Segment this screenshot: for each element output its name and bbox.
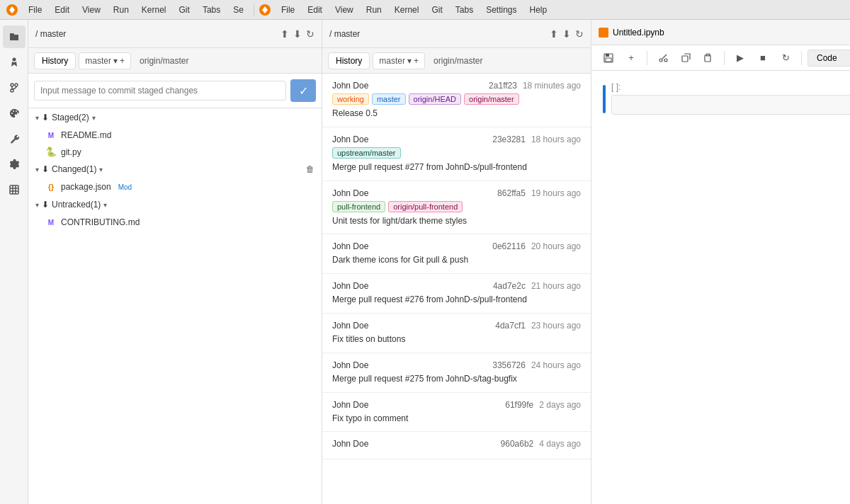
settings-icon-btn[interactable]: [3, 153, 26, 176]
save-button[interactable]: [599, 48, 618, 68]
package-filename: package.json: [61, 182, 111, 192]
cell-label: [ ]:: [611, 82, 850, 92]
tab-branch[interactable]: master ▾ +: [79, 52, 131, 69]
history-panel-header: / master ⬆ ⬇ ↻: [322, 20, 591, 48]
staged-section-header[interactable]: ▾ ⬇ Staged(2) ▾: [28, 108, 322, 127]
add-branch-icon[interactable]: +: [120, 56, 125, 66]
commit-time: 18 minutes ago: [523, 81, 581, 91]
menu-edit2[interactable]: Edit: [302, 4, 328, 16]
untracked-section-header[interactable]: ▾ ⬇ Untracked(1) ▾: [28, 195, 322, 214]
changed-arrow-icon: ▾: [35, 166, 39, 173]
untracked-file-contributing[interactable]: M CONTRIBUTING.md: [28, 214, 322, 231]
commit-item[interactable]: John Doe4da7cf123 hours agoFix titles on…: [322, 314, 591, 353]
commit-item[interactable]: John Doe4ad7e2c21 hours agoMerge pull re…: [322, 274, 591, 314]
download-icon[interactable]: ⬇: [293, 28, 302, 40]
menu-tabs2[interactable]: Tabs: [450, 4, 479, 16]
history-download-icon[interactable]: ⬇: [562, 28, 571, 40]
changed-label: Changed(1): [52, 164, 96, 174]
commit-item[interactable]: John Doe960a6b24 days ago: [322, 432, 591, 459]
notebook-toolbar: +: [591, 45, 850, 71]
staged-chevron-icon: ▾: [92, 114, 96, 122]
menu-edit[interactable]: Edit: [49, 4, 75, 16]
menu-view[interactable]: View: [76, 4, 106, 16]
staged-file-readme[interactable]: M README.md: [28, 127, 322, 144]
notebook-panel: Untitled.ipynb +: [591, 20, 850, 504]
svg-point-15: [659, 59, 662, 62]
changed-section-header[interactable]: ▾ ⬇ Changed(1) ▾ 🗑: [28, 160, 322, 178]
restart-button[interactable]: ↻: [776, 48, 795, 68]
add-cell-button[interactable]: +: [621, 48, 641, 68]
commit-hash: 61f99fe: [505, 400, 533, 410]
menu-run2[interactable]: Run: [361, 4, 387, 16]
commit-item[interactable]: John Doe2a1ff2318 minutes agoworkingmast…: [322, 74, 591, 127]
commit-tag: working: [332, 93, 369, 105]
menu-settings[interactable]: Settings: [480, 4, 522, 16]
menu-kernel[interactable]: Kernel: [136, 4, 172, 16]
palette-icon-btn[interactable]: [3, 102, 26, 125]
cell-type-select[interactable]: Code Markdown Raw: [808, 50, 850, 67]
commit-message: Release 0.5: [332, 108, 581, 120]
menu-tabs[interactable]: Tabs: [197, 4, 226, 16]
branch-chevron-icon: ▾: [113, 56, 118, 66]
changed-chevron-icon: ▾: [99, 166, 103, 173]
menu-git[interactable]: Git: [174, 4, 196, 16]
commit-message: Fix titles on buttons: [332, 333, 581, 345]
history-upload-icon[interactable]: ⬆: [550, 28, 558, 40]
history-refresh-icon[interactable]: ↻: [575, 28, 584, 40]
commit-button[interactable]: ✓: [290, 79, 316, 102]
wrench-icon-btn[interactable]: [3, 127, 26, 150]
commit-hash: 3356726: [492, 360, 526, 370]
history-branch-chevron-icon: ▾: [407, 56, 412, 66]
commit-input-row: ✓: [28, 74, 322, 108]
menu-run[interactable]: Run: [108, 4, 135, 16]
logo: [6, 4, 18, 16]
commit-message-input[interactable]: [34, 81, 286, 101]
menu-file2[interactable]: File: [276, 4, 300, 16]
notebook-body: [ ]:: [591, 71, 850, 504]
history-add-branch-icon[interactable]: +: [414, 56, 419, 66]
copy-button[interactable]: [676, 48, 696, 68]
commit-item[interactable]: John Doe23e328118 hours agoupstream/mast…: [322, 127, 591, 181]
cut-button[interactable]: [653, 48, 673, 68]
commit-author: John Doe: [332, 281, 368, 291]
tab-history[interactable]: History: [34, 52, 76, 69]
run-cell-button[interactable]: ▶: [730, 48, 750, 68]
commit-time: 23 hours ago: [531, 321, 581, 331]
folder-icon-btn[interactable]: [3, 25, 26, 48]
commit-item[interactable]: John Doe0e6211620 hours agoDark theme ic…: [322, 234, 591, 274]
readme-filename: README.md: [61, 130, 111, 140]
notebook-file-icon: [599, 28, 608, 38]
commit-message: Merge pull request #276 from JohnD-s/pul…: [332, 294, 581, 306]
cell-input-area[interactable]: [611, 95, 850, 115]
menu-kernel2[interactable]: Kernel: [389, 4, 425, 16]
menu-help[interactable]: Help: [524, 4, 553, 16]
commit-item[interactable]: John Doe862ffa519 hours agopull-frontend…: [322, 181, 591, 235]
history-tab-history[interactable]: History: [328, 52, 370, 69]
notebook-cell: [ ]:: [603, 82, 850, 115]
changed-file-package[interactable]: {} package.json Mod: [28, 178, 322, 195]
svg-rect-17: [682, 56, 688, 62]
menu-file[interactable]: File: [23, 4, 47, 16]
commit-tag: pull-frontend: [332, 201, 385, 212]
commit-hash: 862ffa5: [497, 188, 526, 198]
history-tab-origin: origin/master: [428, 53, 488, 69]
commit-item[interactable]: John Doe335672624 hours agoMerge pull re…: [322, 353, 591, 393]
history-panel: / master ⬆ ⬇ ↻ History master ▾ + origin…: [322, 20, 591, 504]
icon-sidebar: [0, 20, 28, 504]
staged-file-gitpy[interactable]: 🐍 git.py: [28, 144, 322, 160]
menu-se[interactable]: Se: [227, 4, 249, 16]
menu-git2[interactable]: Git: [426, 4, 448, 16]
runner-icon-btn[interactable]: [3, 51, 26, 74]
package-file-icon: {}: [45, 181, 57, 193]
changed-delete-icon[interactable]: 🗑: [306, 164, 314, 174]
refresh-icon[interactable]: ↻: [306, 28, 314, 40]
layers-icon-btn[interactable]: [3, 178, 26, 201]
menu-view2[interactable]: View: [329, 4, 359, 16]
commit-hash: 4da7cf1: [495, 321, 526, 331]
stop-button[interactable]: ■: [753, 48, 773, 68]
commit-item[interactable]: John Doe61f99fe2 days agoFix typo in com…: [322, 393, 591, 433]
upload-icon[interactable]: ⬆: [280, 28, 289, 40]
git-icon-btn[interactable]: [3, 76, 26, 99]
paste-button[interactable]: [698, 48, 718, 68]
history-tab-branch[interactable]: master ▾ +: [373, 52, 425, 69]
